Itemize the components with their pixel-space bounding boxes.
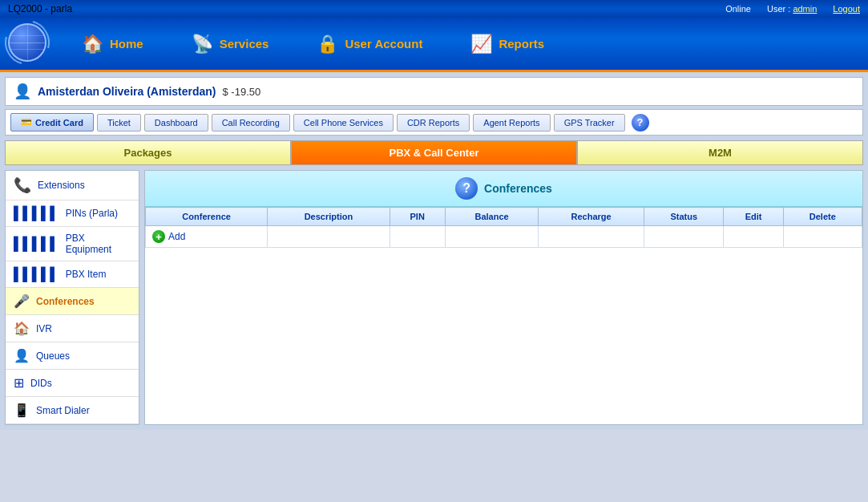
- sidebar-item-queues[interactable]: 👤 Queues: [6, 342, 139, 370]
- tab-packages[interactable]: Packages: [5, 140, 291, 165]
- help-icon[interactable]: ?: [632, 114, 649, 132]
- col-recharge: Recharge: [539, 208, 644, 226]
- user-account-icon: 🔒: [317, 34, 338, 55]
- nav-home[interactable]: 🏠 Home: [58, 34, 168, 55]
- user-balance: $ -19.50: [223, 86, 261, 98]
- tab-dashboard[interactable]: Dashboard: [144, 114, 208, 132]
- table-row-add: + Add: [146, 226, 862, 248]
- tab-m2m[interactable]: M2M: [577, 140, 863, 165]
- pbx-equipment-icon: ▌▌▌▌▌: [14, 237, 59, 251]
- phone2-icon: 📱: [14, 403, 30, 418]
- pbx-item-icon: ▌▌▌▌▌: [14, 267, 59, 281]
- credit-card-icon: 💳: [21, 117, 32, 128]
- tab-call-recording[interactable]: Call Recording: [212, 114, 290, 132]
- col-conference: Conference: [146, 208, 268, 226]
- sidebar-item-extensions[interactable]: 📞 Extensions: [6, 171, 139, 200]
- right-panel: ? Conferences Conference Description PIN…: [144, 170, 863, 425]
- col-description: Description: [268, 208, 390, 226]
- user-label: User : admin: [767, 4, 817, 14]
- conferences-header: ? Conferences: [145, 171, 862, 207]
- user-avatar-icon: 👤: [14, 83, 31, 100]
- reports-icon: 📈: [470, 34, 492, 55]
- phone-icon: 📞: [14, 176, 31, 194]
- services-icon: 📡: [192, 34, 213, 55]
- tab-cell-phone-services[interactable]: Cell Phone Services: [293, 114, 394, 132]
- tab-credit-card[interactable]: 💳 Credit Card: [10, 113, 94, 132]
- sidebar-item-pbx-item[interactable]: ▌▌▌▌▌ PBX Item: [6, 261, 139, 288]
- admin-link[interactable]: admin: [793, 4, 817, 14]
- col-status: Status: [644, 208, 724, 226]
- tab-pbx-call-center[interactable]: PBX & Call Center: [291, 140, 577, 165]
- tab-cdr-reports[interactable]: CDR Reports: [397, 114, 470, 132]
- nav-services[interactable]: 📡 Services: [168, 34, 293, 55]
- sidebar: 📞 Extensions ▌▌▌▌▌ PINs (Parla) ▌▌▌▌▌ PB…: [5, 170, 139, 425]
- conferences-table: Conference Description PIN Balance Recha…: [145, 207, 862, 248]
- conferences-help-icon[interactable]: ?: [455, 177, 478, 200]
- barcode-icon: ▌▌▌▌▌: [14, 206, 59, 221]
- grid-icon: ⊞: [14, 375, 24, 391]
- col-edit: Edit: [724, 208, 783, 226]
- col-delete: Delete: [783, 208, 862, 226]
- sidebar-item-pbx-equipment[interactable]: ▌▌▌▌▌ PBX Equipment: [6, 227, 139, 261]
- tab-gps-tracker[interactable]: GPS Tracker: [554, 114, 625, 132]
- home-icon: 🏠: [82, 34, 103, 55]
- nav-reports[interactable]: 📈 Reports: [446, 34, 568, 55]
- sidebar-item-smart-dialer[interactable]: 📱 Smart Dialer: [6, 397, 139, 424]
- nav-user-account[interactable]: 🔒 User Account: [293, 34, 446, 55]
- online-status: Online: [725, 4, 751, 14]
- sidebar-item-ivr[interactable]: 🏠 IVR: [6, 315, 139, 342]
- tabs-row: 💳 Credit Card Ticket Dashboard Call Reco…: [5, 109, 863, 136]
- tab-ticket[interactable]: Ticket: [97, 114, 141, 132]
- col-balance: Balance: [445, 208, 538, 226]
- app-title: LQ2000 - parla: [8, 3, 72, 14]
- add-conference-button[interactable]: + Add: [152, 230, 260, 243]
- sidebar-item-dids[interactable]: ⊞ DIDs: [6, 370, 139, 397]
- app-logo: [8, 23, 50, 65]
- conferences-title: Conferences: [484, 182, 552, 195]
- sidebar-item-pins[interactable]: ▌▌▌▌▌ PINs (Parla): [6, 200, 139, 227]
- sidebar-item-conferences[interactable]: 🎤 Conferences: [6, 288, 139, 315]
- logout-link[interactable]: Logout: [833, 4, 860, 14]
- package-tabs: Packages PBX & Call Center M2M: [5, 140, 863, 165]
- col-pin: PIN: [390, 208, 445, 226]
- person-icon: 👤: [14, 348, 30, 363]
- ivr-icon: 🏠: [14, 321, 30, 336]
- add-icon: +: [152, 230, 165, 243]
- mic-icon: 🎤: [14, 294, 30, 309]
- tab-agent-reports[interactable]: Agent Reports: [473, 114, 550, 132]
- user-display-name: Amisterdan Oliveira (Amisterdan): [38, 85, 216, 98]
